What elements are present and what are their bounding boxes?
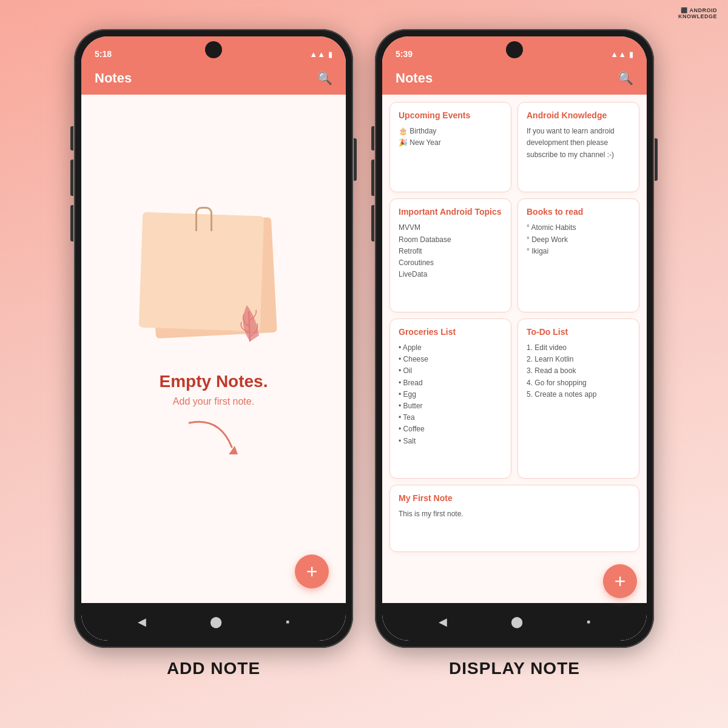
notch-1 xyxy=(205,41,222,58)
home-button-2[interactable]: ⬤ xyxy=(511,615,523,629)
battery-icon: ▮ xyxy=(328,50,332,59)
phone2-label: DISPLAY NOTE xyxy=(449,659,580,678)
note-body-3: ° Atomic Habits ° Deep Work ° Ikigai xyxy=(527,222,630,257)
search-button-1[interactable]: 🔍 xyxy=(317,71,332,86)
note-body-2: MVVM Room Database Retrofit Coroutines L… xyxy=(399,222,502,280)
phone-2: 5:39 ▲▲ ▮ Notes 🔍 Upcoming Events🎂 Birth… xyxy=(375,29,654,648)
empty-subtitle: Add your first note. xyxy=(173,396,254,407)
phone1-content: Empty Notes. Add your first note. + xyxy=(81,95,346,603)
phone-1: 5:18 ▲▲ ▮ Notes 🔍 xyxy=(74,29,353,648)
sticky-note-illustration xyxy=(141,214,286,354)
back-button-2[interactable]: ◀ xyxy=(439,615,447,629)
note-card-2[interactable]: Important Android TopicsMVVM Room Databa… xyxy=(389,198,511,312)
fab-1[interactable]: + xyxy=(295,554,329,588)
note-body-1: If you want to learn android development… xyxy=(527,126,630,161)
status-time-2: 5:39 xyxy=(396,49,413,59)
phones-container: 5:18 ▲▲ ▮ Notes 🔍 xyxy=(74,29,654,678)
note-card-6[interactable]: My First NoteThis is my first note. xyxy=(389,485,639,552)
note-card-5[interactable]: To-Do List1. Edit video 2. Learn Kotlin … xyxy=(517,318,639,479)
note-card-0[interactable]: Upcoming Events🎂 Birthday 🎉 New Year xyxy=(389,102,511,192)
svg-marker-0 xyxy=(229,446,238,454)
paperclip xyxy=(195,207,212,231)
note-body-0: 🎂 Birthday 🎉 New Year xyxy=(399,126,502,149)
status-bar-1: 5:18 ▲▲ ▮ xyxy=(81,36,346,66)
app-bar-1: Notes 🔍 xyxy=(81,66,346,95)
note-body-5: 1. Edit video 2. Learn Kotlin 3. Read a … xyxy=(527,342,630,400)
note-card-3[interactable]: Books to read° Atomic Habits ° Deep Work… xyxy=(517,198,639,312)
note-title-0: Upcoming Events xyxy=(399,110,502,121)
nav-bar-1: ◀ ⬤ ▪ xyxy=(81,603,346,641)
notch-2 xyxy=(506,41,523,58)
watermark: ⬛ ANDROID KNOWLEDGE xyxy=(678,7,717,19)
battery-icon-2: ▮ xyxy=(629,50,633,59)
status-time-1: 5:18 xyxy=(95,49,112,59)
phone1-label: ADD NOTE xyxy=(167,659,260,678)
empty-state: Empty Notes. Add your first note. xyxy=(81,95,346,603)
empty-title: Empty Notes. xyxy=(160,372,268,391)
note-body-6: This is my first note. xyxy=(399,508,630,520)
app-bar-2: Notes 🔍 xyxy=(382,66,647,95)
status-bar-2: 5:39 ▲▲ ▮ xyxy=(382,36,647,66)
notes-grid: Upcoming Events🎂 Birthday 🎉 New YearAndr… xyxy=(382,95,647,559)
app-title-1: Notes xyxy=(95,70,132,86)
note-card-4[interactable]: Groceries List• Apple • Cheese • Oil • B… xyxy=(389,318,511,479)
note-title-5: To-Do List xyxy=(527,326,630,337)
recents-button-1[interactable]: ▪ xyxy=(286,616,289,629)
nav-bar-2: ◀ ⬤ ▪ xyxy=(382,603,647,641)
leaf-icon xyxy=(226,293,274,348)
note-title-6: My First Note xyxy=(399,493,630,504)
fab-2[interactable]: + xyxy=(603,564,637,598)
note-title-3: Books to read xyxy=(527,206,630,217)
note-body-4: • Apple • Cheese • Oil • Bread • Egg • B… xyxy=(399,342,502,447)
wifi-icon: ▲▲ xyxy=(309,50,325,59)
note-title-2: Important Android Topics xyxy=(399,206,502,217)
arrow-icon xyxy=(183,417,244,459)
back-button-1[interactable]: ◀ xyxy=(138,615,146,629)
status-icons-1: ▲▲ ▮ xyxy=(309,50,332,59)
status-icons-2: ▲▲ ▮ xyxy=(610,50,633,59)
note-title-4: Groceries List xyxy=(399,326,502,337)
app-title-2: Notes xyxy=(396,70,433,86)
home-button-1[interactable]: ⬤ xyxy=(210,615,222,629)
note-title-1: Android Knowledge xyxy=(527,110,630,121)
wifi-icon-2: ▲▲ xyxy=(610,50,626,59)
search-button-2[interactable]: 🔍 xyxy=(618,71,633,86)
note-card-1[interactable]: Android KnowledgeIf you want to learn an… xyxy=(517,102,639,192)
recents-button-2[interactable]: ▪ xyxy=(587,616,590,629)
